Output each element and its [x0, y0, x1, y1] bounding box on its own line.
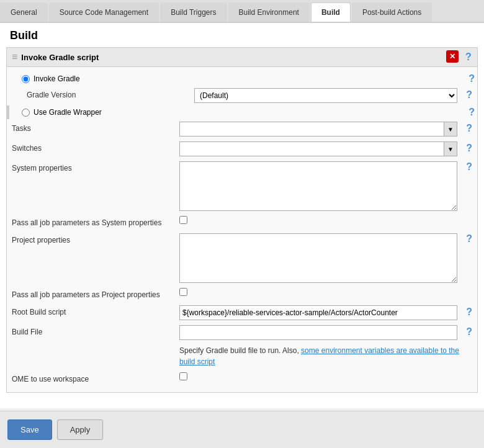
- wrapper-help-icon[interactable]: ?: [468, 107, 475, 118]
- left-border: [7, 105, 9, 119]
- tasks-help-icon[interactable]: ?: [457, 122, 472, 134]
- workspace-row: OME to use workspace: [7, 370, 477, 387]
- root-build-script-field-area: [179, 305, 457, 320]
- build-file-help-icon[interactable]: ?: [457, 325, 472, 338]
- build-file-label: Build File: [12, 325, 179, 336]
- system-properties-field-area: [179, 161, 457, 211]
- tasks-dropdown-button[interactable]: ▼: [444, 122, 457, 137]
- tab-build[interactable]: Build: [311, 2, 351, 22]
- build-file-field-area: [179, 325, 457, 340]
- tasks-label: Tasks: [12, 122, 179, 133]
- invoke-gradle-label: Invoke Gradle: [34, 74, 80, 83]
- pass-project-checkbox[interactable]: [179, 288, 187, 296]
- page-title: Build: [0, 23, 484, 47]
- tabs-bar: General Source Code Management Build Tri…: [0, 0, 484, 23]
- use-gradle-wrapper-radio[interactable]: [22, 109, 30, 117]
- system-properties-row: System properties ?: [7, 159, 477, 213]
- main-content: ≡ Invoke Gradle script ✕ ? Invoke Gradle…: [0, 47, 484, 408]
- project-properties-field-area: [179, 233, 457, 283]
- switches-input-group: ▼: [179, 141, 457, 156]
- switches-row: Switches ▼ ?: [7, 139, 477, 159]
- project-properties-help-icon[interactable]: ?: [457, 233, 472, 244]
- pass-system-checkbox[interactable]: [179, 216, 187, 224]
- switches-dropdown-button[interactable]: ▼: [444, 141, 457, 156]
- pass-system-label: Pass all job parameters as System proper…: [12, 216, 179, 227]
- invoke-gradle-section: ≡ Invoke Gradle script ✕ ? Invoke Gradle…: [6, 47, 478, 393]
- system-properties-help-icon[interactable]: ?: [457, 161, 472, 172]
- invoke-gradle-help-icon[interactable]: ?: [468, 73, 475, 84]
- workspace-label: OME to use workspace: [12, 372, 179, 383]
- tasks-input[interactable]: [179, 122, 444, 137]
- delete-section-button[interactable]: ✕: [446, 50, 459, 63]
- workspace-field-area: [179, 372, 472, 380]
- switches-label: Switches: [12, 141, 179, 153]
- pass-project-field-area: [179, 288, 472, 296]
- root-build-script-help-icon[interactable]: ?: [457, 305, 472, 318]
- section-title: Invoke Gradle script: [21, 53, 99, 62]
- save-button[interactable]: Save: [7, 419, 52, 440]
- use-gradle-wrapper-radio-row: Use Gradle Wrapper ?: [7, 105, 477, 119]
- drag-handle-icon[interactable]: ≡: [12, 52, 17, 63]
- project-properties-textarea[interactable]: [179, 233, 457, 283]
- build-file-input[interactable]: [179, 325, 457, 340]
- root-build-script-label: Root Build script: [12, 305, 179, 316]
- tasks-row: Tasks ▼ ?: [7, 119, 477, 139]
- pass-project-label: Pass all job parameters as Project prope…: [12, 288, 179, 299]
- pass-system-field-area: [179, 216, 472, 224]
- footer-bar: Save Apply: [0, 411, 484, 448]
- tab-build-environment[interactable]: Build Environment: [228, 2, 310, 22]
- pass-project-row: Pass all job parameters as Project prope…: [7, 285, 477, 303]
- project-properties-label: Project properties: [12, 233, 179, 244]
- section-help-button[interactable]: ?: [462, 51, 475, 63]
- invoke-gradle-radio-row: Invoke Gradle ?: [7, 72, 477, 86]
- build-file-info: Specify Gradle build file to run. Also, …: [7, 343, 477, 370]
- gradle-version-help-icon[interactable]: ?: [457, 88, 472, 101]
- system-properties-textarea[interactable]: [179, 161, 457, 211]
- tasks-field-area: ▼: [179, 122, 457, 137]
- info-text-before: Specify Gradle build file to run. Also,: [179, 346, 301, 355]
- apply-button[interactable]: Apply: [57, 419, 104, 440]
- invoke-gradle-radio[interactable]: [22, 75, 30, 83]
- tab-build-triggers[interactable]: Build Triggers: [160, 2, 226, 22]
- tab-general[interactable]: General: [0, 2, 48, 22]
- workspace-checkbox[interactable]: [179, 372, 187, 380]
- tab-source-code[interactable]: Source Code Management: [49, 2, 159, 22]
- tasks-input-group: ▼: [179, 122, 457, 137]
- tab-post-build[interactable]: Post-build Actions: [352, 2, 432, 22]
- gradle-version-row: Gradle Version (Default) ?: [7, 86, 477, 105]
- section-body: Invoke Gradle ? Gradle Version (Default)…: [7, 67, 477, 392]
- gradle-version-select[interactable]: (Default): [194, 88, 457, 103]
- root-build-script-input[interactable]: [179, 305, 457, 320]
- switches-help-icon[interactable]: ?: [457, 141, 472, 154]
- switches-input[interactable]: [179, 141, 444, 156]
- switches-field-area: ▼: [179, 141, 457, 156]
- use-gradle-wrapper-label: Use Gradle Wrapper: [34, 108, 102, 117]
- section-header: ≡ Invoke Gradle script ✕ ?: [7, 48, 477, 67]
- root-build-script-row: Root Build script ?: [7, 303, 477, 323]
- gradle-version-label: Gradle Version: [27, 88, 194, 99]
- project-properties-row: Project properties ?: [7, 231, 477, 285]
- gradle-version-field-area: (Default): [194, 88, 457, 103]
- build-file-row: Build File ?: [7, 323, 477, 343]
- pass-system-row: Pass all job parameters as System proper…: [7, 213, 477, 231]
- system-properties-label: System properties: [12, 161, 179, 172]
